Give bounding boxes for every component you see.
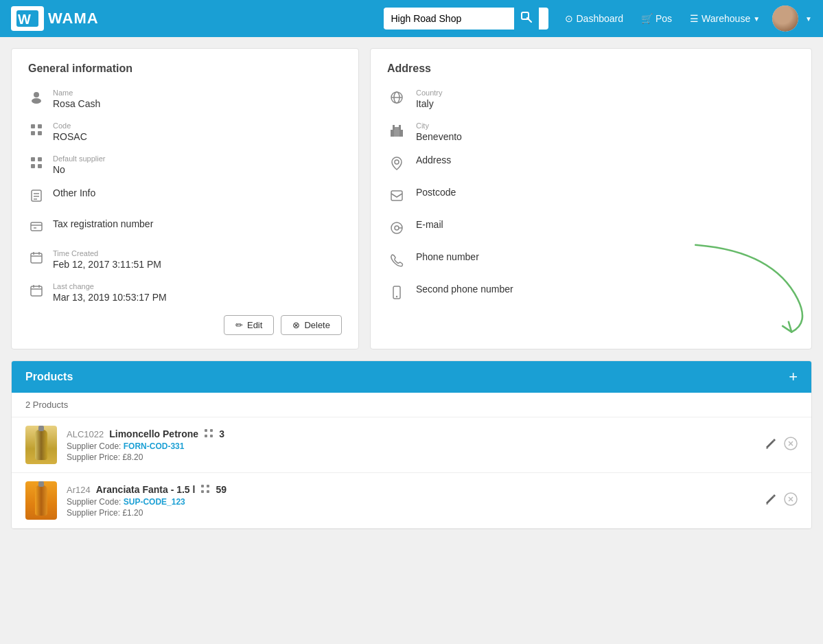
postcode-row: Postcode xyxy=(387,187,795,207)
second-phone-icon xyxy=(387,285,406,303)
email-row: E-mail xyxy=(387,219,795,239)
svg-text:W: W xyxy=(18,12,31,27)
svg-rect-45 xyxy=(210,429,213,432)
nav-warehouse[interactable]: ☰ Warehouse ▼ xyxy=(684,10,765,27)
nav-pos[interactable]: 🛒 Pos xyxy=(636,10,677,27)
svg-rect-13 xyxy=(38,164,42,168)
product-delete-button-0[interactable] xyxy=(784,437,798,454)
note-icon xyxy=(28,189,45,206)
svg-rect-35 xyxy=(393,125,395,130)
address-label: Address xyxy=(416,154,451,165)
shop-search-box[interactable] xyxy=(384,8,548,30)
last-change-value: Mar 13, 2019 10:53:17 PM xyxy=(53,292,167,303)
product-row: Ar124 Aranciata Fanta - 1.5 l 59 Supplie… xyxy=(12,473,811,529)
svg-rect-8 xyxy=(31,131,35,135)
nav-dashboard[interactable]: ⊙ Dashboard xyxy=(559,10,629,27)
edit-label: Edit xyxy=(247,320,262,330)
phone-content: Phone number xyxy=(416,251,479,262)
supplier-price-label-1: Supplier Price: xyxy=(67,508,120,518)
product-title-row-0: ALC1022 Limoncello Petrone 3 xyxy=(67,428,755,440)
pencil-icon: ✏ xyxy=(235,320,243,330)
qty-icon-1 xyxy=(200,484,210,496)
add-product-button[interactable]: + xyxy=(789,369,798,384)
last-change-icon xyxy=(28,284,45,301)
city-icon xyxy=(387,123,406,141)
product-edit-button-1[interactable] xyxy=(765,493,777,508)
shop-search-input[interactable] xyxy=(384,9,514,28)
svg-rect-36 xyxy=(399,125,401,130)
svg-point-43 xyxy=(396,296,397,297)
code-label: Code xyxy=(53,122,87,130)
product-qty-1: 59 xyxy=(216,484,227,495)
address-row: Address xyxy=(387,154,795,174)
svg-point-37 xyxy=(395,160,399,164)
phone-label: Phone number xyxy=(416,251,479,262)
svg-point-40 xyxy=(395,226,399,230)
warehouse-label: Warehouse xyxy=(702,13,750,24)
logo-box: W xyxy=(11,6,44,31)
supplier-grid-icon xyxy=(28,156,45,173)
product-supplier-code-1: Supplier Code: SUP-CODE_123 xyxy=(67,497,755,507)
tax-content: Tax registration number xyxy=(53,218,153,229)
last-change-content: Last change Mar 13, 2019 10:53:17 PM xyxy=(53,282,167,303)
svg-rect-7 xyxy=(38,124,42,128)
qty-icon-0 xyxy=(204,428,213,440)
user-avatar[interactable] xyxy=(772,5,798,32)
product-edit-button-0[interactable] xyxy=(765,437,777,452)
tax-label: Tax registration number xyxy=(53,218,153,229)
product-supplier-price-0: Supplier Price: £8.20 xyxy=(67,452,755,462)
svg-point-5 xyxy=(32,98,41,104)
edit-button[interactable]: ✏ Edit xyxy=(224,315,274,335)
name-label: Name xyxy=(53,89,100,97)
products-section: Products + 2 Products ALC1022 Limoncello… xyxy=(11,360,812,529)
bottle-icon-0 xyxy=(35,430,47,460)
card-actions: ✏ Edit ⊗ Delete xyxy=(28,315,342,335)
product-title-row-1: Ar124 Aranciata Fanta - 1.5 l 59 xyxy=(67,484,755,496)
product-info-0: ALC1022 Limoncello Petrone 3 Supplier Co… xyxy=(67,428,755,462)
product-code-1: Ar124 xyxy=(67,485,91,495)
products-title: Products xyxy=(25,371,73,383)
tax-icon xyxy=(28,220,45,237)
svg-rect-12 xyxy=(31,164,35,168)
city-value: Benevento xyxy=(416,131,462,142)
svg-rect-44 xyxy=(205,429,207,432)
svg-rect-54 xyxy=(201,490,204,493)
email-label: E-mail xyxy=(416,219,443,230)
grid-icon xyxy=(28,123,45,140)
general-info-card: General information Name Rosa Cash xyxy=(11,48,359,349)
pos-label: Pos xyxy=(656,13,672,24)
supplier-price-val-1: £1.20 xyxy=(122,508,143,518)
code-content: Code ROSAC xyxy=(53,122,87,142)
delete-label: Delete xyxy=(304,320,330,330)
default-supplier-label: Default supplier xyxy=(53,154,105,163)
supplier-code-label-0: Supplier Code: xyxy=(67,441,121,451)
city-row: City Benevento xyxy=(387,122,795,142)
svg-rect-9 xyxy=(38,131,42,135)
city-label: City xyxy=(416,122,462,130)
name-row: Name Rosa Cash xyxy=(28,89,342,109)
shop-search-button[interactable] xyxy=(514,8,539,30)
other-info-label: Other Info xyxy=(53,187,95,198)
products-header: Products + xyxy=(12,361,811,393)
time-created-row: Time Created Feb 12, 2017 3:11:51 PM xyxy=(28,249,342,270)
time-created-value: Feb 12, 2017 3:11:51 PM xyxy=(53,259,161,270)
delete-button[interactable]: ⊗ Delete xyxy=(281,315,342,335)
menu-icon: ☰ xyxy=(690,13,699,24)
product-delete-button-1[interactable] xyxy=(784,492,798,509)
postcode-icon xyxy=(387,188,406,207)
country-content: Country Italy xyxy=(416,89,443,109)
product-info-1: Ar124 Aranciata Fanta - 1.5 l 59 Supplie… xyxy=(67,484,755,518)
address-card: Address Country Italy xyxy=(370,48,812,349)
country-icon xyxy=(387,90,406,108)
svg-rect-11 xyxy=(38,157,42,161)
default-supplier-content: Default supplier No xyxy=(53,154,105,175)
name-content: Name Rosa Cash xyxy=(53,89,100,109)
circle-icon: ⊗ xyxy=(292,320,300,330)
supplier-code-label-1: Supplier Code: xyxy=(67,497,121,507)
general-info-title: General information xyxy=(28,62,342,75)
email-content: E-mail xyxy=(416,219,443,230)
svg-rect-25 xyxy=(31,286,42,296)
address-title: Address xyxy=(387,62,795,75)
second-phone-content: Second phone number xyxy=(416,284,513,295)
code-row: Code ROSAC xyxy=(28,122,342,142)
